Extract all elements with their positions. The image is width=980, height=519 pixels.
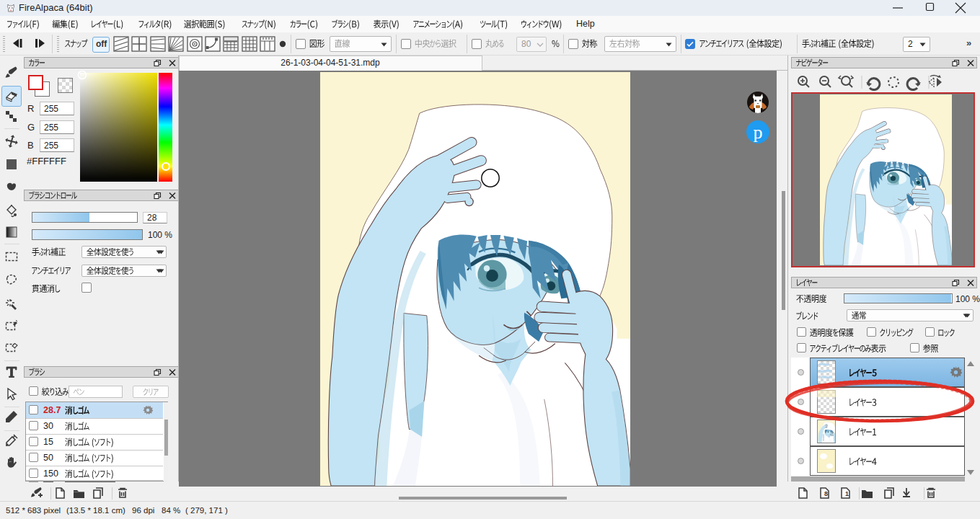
svg-text:1: 1 xyxy=(845,490,849,497)
svg-text:8: 8 xyxy=(824,490,828,497)
svg-text:p: p xyxy=(754,122,763,143)
